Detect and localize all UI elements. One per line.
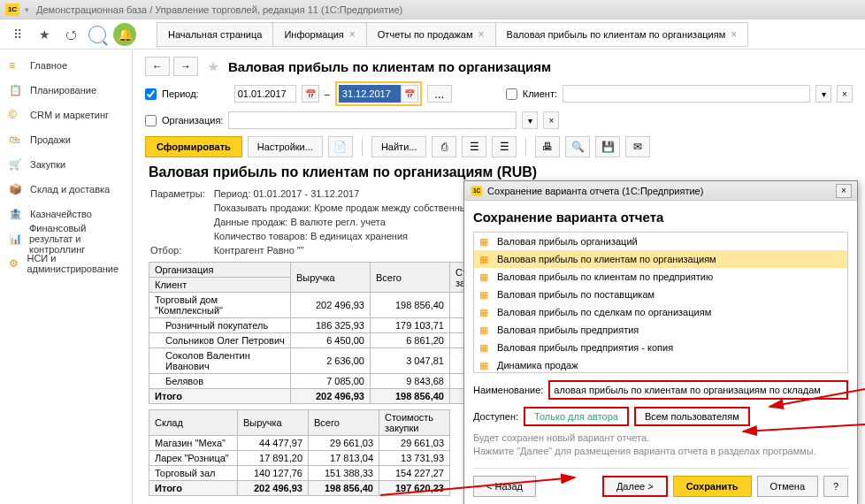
variant-label: Валовая прибыль по клиентам по предприят… [497,271,713,282]
sidebar-item[interactable]: ©CRM и маркетинг [0,103,132,127]
access-author-button[interactable]: Только для автора [524,407,629,426]
window-title: Демонстрационная база / Управление торго… [36,4,402,15]
client-checkbox[interactable] [506,88,517,100]
table-row[interactable]: Соколов Валентин Иванович2 636,003 047,8… [149,348,478,374]
sidebar-item[interactable]: 📋Планирование [0,78,132,103]
variant-icon: ▦ [479,307,492,318]
table-row[interactable]: Розничный покупатель186 325,93179 103,71 [149,318,478,333]
variant-item[interactable]: ▦Валовая прибыль по поставщикам [474,286,847,303]
variant-item[interactable]: ▦Динамика продаж [474,356,847,373]
save-icon[interactable]: 💾 [595,136,620,157]
variant-item[interactable]: ▦Валовая прибыль организаций [474,233,847,250]
table-row[interactable]: Белявов7 085,009 843,68 [149,374,478,389]
cancel-button[interactable]: Отмена [757,476,818,497]
next-button[interactable]: Далее > [602,476,668,497]
select-button[interactable]: ▾ [522,111,538,129]
org-filter-row: Организация: ▾ × [145,111,853,129]
collapse-icon[interactable]: ☰ [462,136,486,157]
close-icon[interactable]: × [731,28,737,41]
variant-item[interactable]: ▦Валовая прибыль предприятия [474,321,847,339]
back-button[interactable]: < Назад [473,476,536,497]
tab-label: Отчеты по продажам [378,29,473,40]
settings-button[interactable]: Настройки... [248,136,323,157]
dialog-heading: Сохранение варианта отчета [473,210,848,225]
nav-label: CRM и маркетинг [30,110,109,120]
sidebar-item[interactable]: 📦Склад и доставка [0,177,132,202]
table-row[interactable]: Магазин "Меха"44 477,9729 661,0329 661,0… [149,436,450,451]
apps-icon[interactable]: ⠿ [7,24,28,45]
app-icon: 1C [5,4,19,16]
nav-label: Казначейство [30,209,92,219]
clear-button[interactable]: × [543,111,559,129]
table-row[interactable]: Торговый дом "Комплексный"202 496,93198 … [149,293,478,318]
page-title: Валовая прибыль по клиентам по организац… [228,59,551,74]
sidebar-item[interactable]: ≡Главное [0,53,132,78]
tab-info[interactable]: Информация× [272,22,366,47]
org-label: Организация: [162,115,223,126]
help-button[interactable]: ? [823,476,848,497]
calendar-icon[interactable]: 📅 [401,85,418,103]
access-label: Доступен: [473,411,518,422]
access-all-button[interactable]: Всем пользователям [634,407,750,426]
preview-icon[interactable]: 🔍 [565,136,590,157]
sidebar-item[interactable]: 🛒Закупки [0,152,132,177]
history-icon[interactable]: ⭯ [60,24,81,45]
org-input[interactable] [228,111,517,129]
close-button[interactable]: × [836,184,852,198]
nav-label: Финансовый результат и контроллинг [29,223,123,255]
expand-icon[interactable]: ☰ [492,136,517,157]
print-icon[interactable]: 🖶 [535,136,560,157]
nav-icon: 🛍 [9,134,23,146]
close-icon[interactable]: × [349,28,356,41]
date-from-input[interactable] [234,85,296,103]
nav-label: Главное [30,60,67,71]
email-icon[interactable]: ✉ [625,136,650,157]
back-button[interactable]: ← [145,57,170,76]
variant-label: Валовая прибыль по сделкам по организаци… [497,307,711,317]
main-toolbar: ⠿ ★ ⭯ 🔔 Начальная страница Информация× О… [0,19,865,50]
total-row: Итого202 496,93198 856,40 [149,389,478,404]
sidebar-item[interactable]: ⚙НСИ и администрирование [0,251,132,276]
dialog-buttons: < Назад Далее > Сохранить Отмена ? [473,468,848,497]
search-icon[interactable] [87,24,108,45]
variant-icon: ▦ [479,289,492,301]
calendar-icon[interactable]: 📅 [302,85,319,103]
tab-gross-profit[interactable]: Валовая прибыль по клиентам по организац… [495,22,749,47]
select-button[interactable]: ▾ [815,85,831,103]
clear-button[interactable]: × [837,85,853,103]
table-row[interactable]: Сольников Олег Петрович6 450,006 861,20 [149,333,478,348]
variant-list[interactable]: ▦Валовая прибыль организаций▦Валовая при… [473,232,848,373]
favorite-icon[interactable]: ★ [207,58,219,75]
dialog-title: Сохранение варианта отчета (1С:Предприят… [487,186,703,196]
period-picker-button[interactable]: ... [427,85,452,103]
generate-button[interactable]: Сформировать [145,136,242,157]
date-to-input[interactable] [339,85,401,103]
variant-item[interactable]: ▦Валовая прибыль по клиентам по предприя… [474,268,847,286]
table-row[interactable]: Торговый зал140 127,76151 388,33154 227,… [149,466,450,481]
forward-button[interactable]: → [173,57,198,76]
total-row: Итого202 496,93198 856,40197 620,23 [149,481,450,496]
find-button[interactable]: Найти... [371,136,427,157]
save-button[interactable]: Сохранить [673,476,752,497]
nav-label: Планирование [30,85,96,95]
table-row[interactable]: Ларек "Розница"17 891,2017 813,0413 731,… [149,451,450,466]
client-input[interactable] [563,85,810,103]
tab-home[interactable]: Начальная страница [157,22,273,47]
dropdown-icon[interactable]: ▾ [25,5,29,14]
star-icon[interactable]: ★ [34,24,55,45]
filter-icon[interactable]: ⎙ [432,136,456,157]
sidebar-item[interactable]: 📊Финансовый результат и контроллинг [0,226,132,251]
notifications-icon[interactable]: 🔔 [113,23,136,46]
variant-item[interactable]: ▦Валовая прибыль предприятия - копия [474,339,847,356]
variant-item[interactable]: ▦Валовая прибыль по клиентам по организа… [474,250,847,268]
sidebar-item[interactable]: 🛍Продажи [0,127,132,152]
period-checkbox[interactable] [145,88,157,100]
variant-item[interactable]: ▦Валовая прибыль по сделкам по организац… [474,303,847,321]
dialog-titlebar: 1C Сохранение варианта отчета (1С:Предпр… [464,181,857,201]
app-icon: 1C [471,186,483,195]
org-checkbox[interactable] [145,115,157,126]
variant-name-input[interactable] [548,380,848,400]
close-icon[interactable]: × [478,28,485,41]
tab-sales-reports[interactable]: Отчеты по продажам× [366,22,496,47]
save-variant-icon[interactable]: 📄 [328,136,353,157]
